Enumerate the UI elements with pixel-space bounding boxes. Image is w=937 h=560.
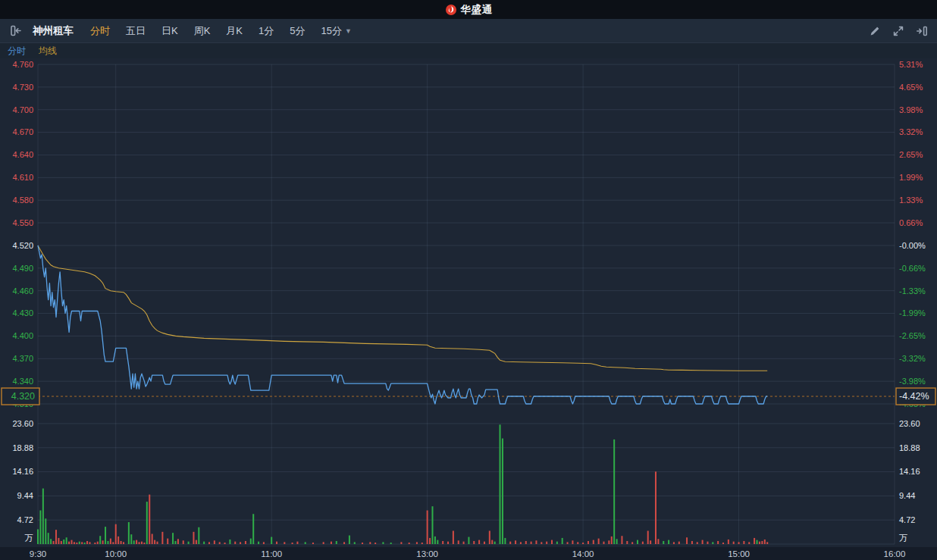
volume-bar xyxy=(284,542,285,544)
volume-bar xyxy=(331,542,332,544)
volume-bar xyxy=(224,543,226,544)
period-tab-3[interactable]: 日K xyxy=(161,24,178,38)
period-tab-4[interactable]: 周K xyxy=(194,24,211,38)
grid-lines xyxy=(38,64,895,544)
volume-axis-label: 9.44 xyxy=(899,491,915,500)
axis-labels: 4.7605.31%4.7304.65%4.7003.98%4.6703.32%… xyxy=(12,60,926,558)
volume-bar xyxy=(437,540,438,544)
period-tab-8[interactable]: 15分▼ xyxy=(321,24,351,38)
volume-bar xyxy=(81,542,83,544)
volume-bar xyxy=(198,527,199,544)
volume-bar xyxy=(642,542,644,544)
volume-bar xyxy=(76,543,77,544)
volume-bar xyxy=(458,540,459,544)
volume-bar xyxy=(139,542,140,544)
volume-bar xyxy=(668,540,669,544)
volume-unit-label: 万 xyxy=(25,533,34,543)
volume-bar xyxy=(374,543,376,544)
time-axis-label: 9:30 xyxy=(30,549,46,558)
period-tab-1[interactable]: 分时 xyxy=(90,24,110,38)
volume-bar xyxy=(167,539,168,544)
subtab-1[interactable]: 分时 xyxy=(8,45,26,58)
volume-bar xyxy=(650,540,651,544)
toolbar-right-icons xyxy=(869,25,928,37)
volume-bar xyxy=(489,530,490,544)
volume-bar xyxy=(722,543,724,544)
volume-bar xyxy=(55,530,57,544)
collapse-panel-icon[interactable] xyxy=(9,24,22,37)
price-axis-label: 4.490 xyxy=(12,264,33,273)
overlay-subtabs: 分时均线 xyxy=(0,43,937,58)
time-axis-label: 11:00 xyxy=(261,549,282,558)
intraday-chart[interactable]: 4.7605.31%4.7304.65%4.7003.98%4.6703.32%… xyxy=(0,58,937,560)
price-axis-label: 4.460 xyxy=(12,286,33,296)
volume-bar xyxy=(118,537,119,544)
volume-bar xyxy=(631,542,633,544)
volume-bar xyxy=(766,542,768,544)
price-line xyxy=(38,246,767,404)
time-axis-label: 15:00 xyxy=(728,549,750,558)
volume-axis-label: 18.88 xyxy=(12,443,33,452)
period-tab-5[interactable]: 月K xyxy=(226,24,243,38)
volume-bar xyxy=(219,542,221,544)
period-tabs: 分时五日日K周K月K1分5分15分▼ xyxy=(90,24,352,38)
volume-bar xyxy=(157,542,158,544)
stock-name[interactable]: 神州租车 xyxy=(33,24,74,38)
period-tab-2[interactable]: 五日 xyxy=(126,24,146,38)
volume-bar xyxy=(183,540,184,544)
volume-bar xyxy=(99,536,101,544)
volume-bar xyxy=(621,536,622,544)
volume-bar xyxy=(757,540,758,544)
volume-bar xyxy=(292,543,293,544)
volume-bar xyxy=(146,502,148,544)
huasheng-app: 华盛通 神州租车 分时五日日K周K月K1分5分15分▼ 分时均线 4.7605.… xyxy=(0,0,937,560)
pct-axis-label: 5.31% xyxy=(899,60,923,69)
volume-bar xyxy=(271,537,272,544)
dock-right-icon[interactable] xyxy=(916,25,928,37)
period-tab-7[interactable]: 5分 xyxy=(290,24,305,38)
pct-axis-label: 1.99% xyxy=(899,173,923,182)
volume-bar xyxy=(68,542,70,544)
volume-bar xyxy=(427,511,428,544)
volume-bar xyxy=(728,540,729,544)
volume-bar xyxy=(473,541,475,544)
period-tab-6[interactable]: 1分 xyxy=(259,24,274,38)
volume-bar xyxy=(94,543,96,544)
volume-bar xyxy=(416,542,418,544)
volume-bar xyxy=(598,539,600,544)
volume-bar xyxy=(369,542,371,544)
chevron-down-icon[interactable]: ▼ xyxy=(345,27,352,35)
volume-bar xyxy=(71,540,73,544)
subtab-2[interactable]: 均线 xyxy=(39,45,57,58)
pct-axis-label: -3.98% xyxy=(899,377,926,386)
volume-bar xyxy=(152,534,153,544)
volume-bar xyxy=(409,543,410,544)
time-axis-label: 13:00 xyxy=(416,549,438,558)
time-axis-label: 16:00 xyxy=(884,549,906,558)
volume-bar xyxy=(382,542,384,544)
volume-bar xyxy=(203,542,205,544)
price-axis-label: 4.640 xyxy=(12,150,33,159)
volume-bar xyxy=(37,529,39,544)
volume-bar xyxy=(89,542,90,544)
pct-axis-label: -1.99% xyxy=(899,308,926,318)
volume-bar xyxy=(336,541,337,544)
volume-bar xyxy=(258,542,259,544)
volume-bar xyxy=(110,539,111,544)
pct-axis-label: -2.65% xyxy=(899,331,926,340)
current-price-badge: 4.320 xyxy=(2,388,39,405)
volume-bar xyxy=(500,424,501,544)
volume-bar xyxy=(562,538,563,544)
volume-bar xyxy=(136,540,137,544)
volume-bar xyxy=(362,543,363,544)
volume-bar xyxy=(502,439,503,544)
volume-bar xyxy=(250,539,252,544)
volume-bar xyxy=(53,541,55,544)
volume-bar xyxy=(504,538,506,544)
edit-icon[interactable] xyxy=(869,25,881,37)
svg-text:4.320: 4.320 xyxy=(11,391,35,402)
volume-bar xyxy=(234,542,236,544)
volume-bar xyxy=(453,530,454,544)
flame-logo-icon xyxy=(445,4,457,16)
fullscreen-icon[interactable] xyxy=(892,25,904,37)
